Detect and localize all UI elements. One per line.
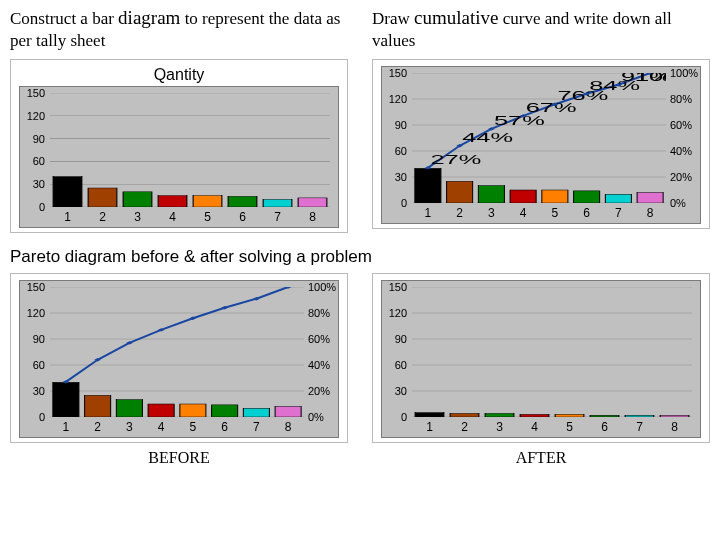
bottom-right-cell: 030609012015012345678 AFTER <box>372 273 710 467</box>
svg-rect-24 <box>542 190 568 203</box>
svg-rect-43 <box>53 382 79 417</box>
svg-rect-21 <box>447 181 473 203</box>
svg-rect-46 <box>148 404 174 417</box>
svg-rect-48 <box>212 405 238 417</box>
heading-bar-diagram: Construct a bar diagram to represent the… <box>10 6 348 51</box>
chart4: 030609012015012345678 <box>381 280 701 438</box>
svg-rect-61 <box>555 414 584 417</box>
svg-text:100%: 100% <box>635 73 666 83</box>
chart3-frame: 03060901201500%20%40%60%80%100%12345678 <box>10 273 348 443</box>
chart2-frame: 27%44%57%67%76%84%91%100%100%03060901201… <box>372 59 710 229</box>
svg-text:27%: 27% <box>430 152 481 166</box>
svg-rect-44 <box>85 395 111 417</box>
svg-rect-27 <box>637 193 663 203</box>
svg-rect-26 <box>605 194 631 203</box>
svg-rect-22 <box>478 186 504 203</box>
chart1-title: Qantity <box>19 66 339 84</box>
svg-rect-47 <box>180 404 206 417</box>
svg-text:57%: 57% <box>494 113 545 127</box>
caption-after: AFTER <box>372 449 710 467</box>
svg-rect-6 <box>53 177 82 207</box>
svg-rect-7 <box>88 188 117 207</box>
heading-before-after: Pareto diagram before & after solving a … <box>10 247 710 267</box>
svg-rect-20 <box>415 168 441 203</box>
svg-rect-11 <box>228 196 257 207</box>
svg-rect-57 <box>415 413 444 417</box>
svg-rect-60 <box>520 414 549 417</box>
svg-rect-8 <box>123 192 152 207</box>
top-right-cell: Draw cumulative curve and write down all… <box>372 6 710 233</box>
slide: Construct a bar diagram to represent the… <box>0 0 720 540</box>
svg-rect-25 <box>574 191 600 203</box>
svg-rect-13 <box>298 198 327 207</box>
svg-rect-45 <box>116 400 142 417</box>
chart2: 27%44%57%67%76%84%91%100%100%03060901201… <box>381 66 701 224</box>
svg-rect-10 <box>193 196 222 207</box>
svg-rect-63 <box>625 415 654 417</box>
svg-rect-59 <box>485 414 514 417</box>
svg-rect-64 <box>660 415 689 417</box>
chart3: 03060901201500%20%40%60%80%100%12345678 <box>19 280 339 438</box>
svg-rect-50 <box>275 407 301 417</box>
svg-rect-12 <box>263 199 292 207</box>
svg-rect-62 <box>590 415 619 417</box>
chart1-frame: Qantity 030609012015012345678 <box>10 59 348 233</box>
svg-rect-9 <box>158 196 187 207</box>
top-left-cell: Construct a bar diagram to represent the… <box>10 6 348 233</box>
svg-rect-58 <box>450 414 479 417</box>
chart4-frame: 030609012015012345678 <box>372 273 710 443</box>
bottom-left-cell: 03060901201500%20%40%60%80%100%12345678 … <box>10 273 348 467</box>
svg-rect-23 <box>510 190 536 203</box>
heading-cumulative: Draw cumulative curve and write down all… <box>372 6 710 51</box>
caption-before: BEFORE <box>10 449 348 467</box>
chart1: 030609012015012345678 <box>19 86 339 228</box>
svg-text:44%: 44% <box>462 130 513 144</box>
svg-rect-49 <box>243 408 269 417</box>
